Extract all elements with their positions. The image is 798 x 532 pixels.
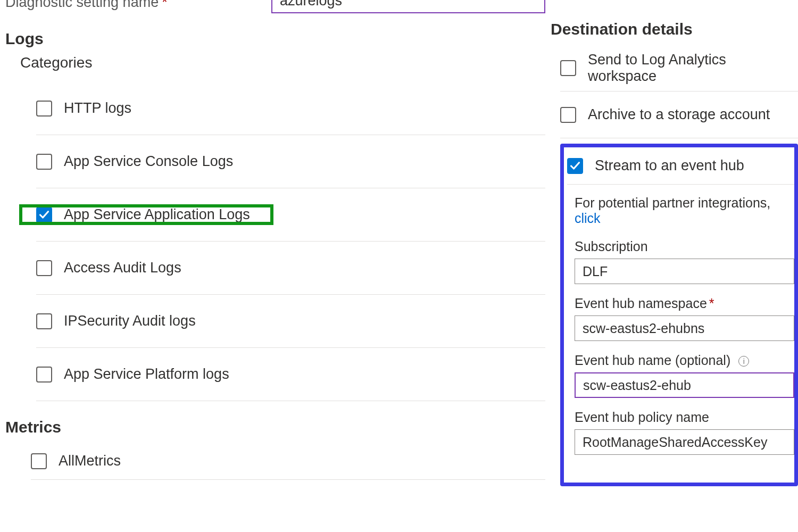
subscription-value: DLF <box>583 264 608 279</box>
checkmark-icon <box>570 161 580 171</box>
log-label: IPSecurity Audit logs <box>64 313 196 329</box>
dest-row-log-analytics: Send to Log Analytics workspace <box>560 45 798 92</box>
log-row-application-logs: App Service Application Logs <box>36 188 545 242</box>
dest-row-storage: Archive to a storage account <box>560 92 798 138</box>
metrics-list: AllMetrics <box>31 443 545 480</box>
event-hub-policy-label: Event hub policy name <box>575 410 794 425</box>
log-row-ipsecurity-audit: IPSecurity Audit logs <box>36 295 545 348</box>
event-hub-name-label: Event hub name (optional) i <box>575 353 794 368</box>
checkbox-ipsecurity-audit[interactable] <box>36 313 52 329</box>
event-hub-policy-select[interactable]: RootManageSharedAccessKey <box>575 429 794 455</box>
log-label: Access Audit Logs <box>64 260 181 276</box>
metrics-row-allmetrics: AllMetrics <box>31 443 545 480</box>
checkbox-console-logs[interactable] <box>36 154 52 170</box>
checkbox-storage[interactable] <box>560 107 576 123</box>
destination-options-list: Send to Log Analytics workspace Archive … <box>560 45 798 486</box>
diagnostic-setting-name-row: Diagnostic setting name* <box>5 0 545 13</box>
namespace-label-text: Event hub namespace <box>575 296 707 311</box>
event-hub-namespace-select[interactable]: scw-eastus2-ehubns <box>575 315 794 341</box>
log-label: App Service Console Logs <box>64 153 233 170</box>
log-row-access-audit: Access Audit Logs <box>36 242 545 295</box>
partner-integrations-hint: For potential partner integrations, clic… <box>575 195 794 226</box>
destination-details-heading: Destination details <box>551 20 798 38</box>
log-label: App Service Platform logs <box>64 366 229 383</box>
required-star-icon: * <box>709 296 714 311</box>
checkbox-log-analytics[interactable] <box>560 60 576 76</box>
log-categories-list: HTTP logs App Service Console Logs App S… <box>36 82 545 401</box>
logs-heading: Logs <box>5 30 545 48</box>
partner-integrations-link[interactable]: click <box>575 211 601 226</box>
log-row-console-logs: App Service Console Logs <box>36 135 545 188</box>
hint-prefix: For potential partner integrations, <box>575 195 770 210</box>
subscription-select[interactable]: DLF <box>575 259 794 284</box>
event-hub-name-value: scw-eastus2-ehub <box>583 378 691 393</box>
categories-heading: Categories <box>20 54 545 71</box>
event-hub-details: For potential partner integrations, clic… <box>575 185 794 455</box>
event-hub-highlight-panel: Stream to an event hub For potential par… <box>560 144 798 486</box>
checkmark-icon <box>39 210 49 220</box>
log-row-http-logs: HTTP logs <box>36 82 545 135</box>
checkbox-http-logs[interactable] <box>36 101 52 117</box>
dest-label: Archive to a storage account <box>588 106 770 123</box>
checkbox-access-audit[interactable] <box>36 260 52 276</box>
dest-label: Send to Log Analytics workspace <box>588 52 798 85</box>
metrics-heading: Metrics <box>5 418 545 436</box>
metrics-label: AllMetrics <box>59 453 121 469</box>
info-icon[interactable]: i <box>738 356 749 367</box>
checkbox-application-logs[interactable] <box>36 207 52 223</box>
event-hub-name-label-text: Event hub name (optional) <box>575 353 730 368</box>
diagnostic-setting-name-input[interactable] <box>271 0 545 13</box>
checkbox-platform-logs[interactable] <box>36 367 52 383</box>
policy-value: RootManageSharedAccessKey <box>583 435 767 450</box>
required-star-icon: * <box>162 0 168 10</box>
checkbox-event-hub[interactable] <box>567 158 583 174</box>
subscription-label: Subscription <box>575 239 794 254</box>
event-hub-namespace-label: Event hub namespace* <box>575 296 794 311</box>
namespace-value: scw-eastus2-ehubns <box>583 321 704 336</box>
checkbox-allmetrics[interactable] <box>31 453 47 469</box>
event-hub-name-select[interactable]: scw-eastus2-ehub <box>575 372 794 398</box>
dest-label: Stream to an event hub <box>595 157 744 174</box>
log-label: App Service Application Logs <box>64 206 250 223</box>
diagnostic-setting-name-label: Diagnostic setting name* <box>5 0 271 11</box>
log-label: HTTP logs <box>64 100 131 117</box>
diagnostic-setting-name-label-text: Diagnostic setting name <box>5 0 159 10</box>
dest-row-event-hub: Stream to an event hub <box>567 147 794 185</box>
log-row-platform-logs: App Service Platform logs <box>36 348 545 401</box>
